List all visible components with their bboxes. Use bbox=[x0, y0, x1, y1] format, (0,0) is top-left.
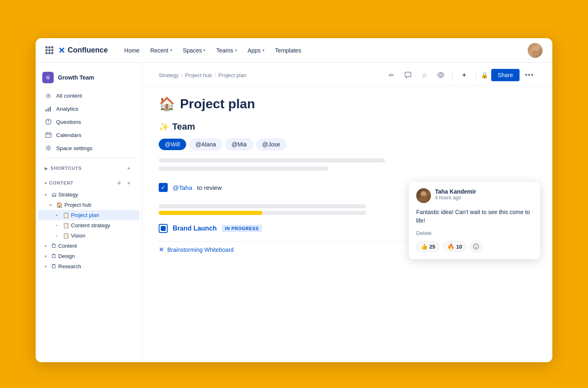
space-header[interactable]: G Growth Team bbox=[36, 69, 142, 89]
edit-button[interactable]: ✏ bbox=[385, 68, 398, 82]
task-mention[interactable]: @Taha bbox=[173, 184, 192, 191]
content-label: CONTENT bbox=[49, 180, 73, 185]
tree-research[interactable]: ▾ 🗒 Research bbox=[38, 261, 139, 272]
nav-apps[interactable]: Apps ▾ bbox=[243, 45, 269, 56]
comment-header: Taha Kandemir 4 hours ago bbox=[416, 188, 533, 203]
nav-templates[interactable]: Templates bbox=[270, 45, 306, 56]
reaction-thumbsup[interactable]: 👍 25 bbox=[416, 241, 440, 252]
content-tree-chevron-icon: ▾ bbox=[45, 244, 50, 248]
page-title: Project plan bbox=[180, 96, 255, 112]
tree-design[interactable]: ▾ 🗒 Design bbox=[38, 251, 139, 261]
team-heading-icon: ✨ bbox=[159, 122, 169, 132]
tree-content-strategy[interactable]: • 📋 Content strategy bbox=[38, 220, 139, 231]
progress-bar-fill bbox=[159, 211, 262, 215]
svg-point-6 bbox=[48, 147, 50, 149]
tree-vision[interactable]: • 📋 Vision bbox=[38, 231, 139, 241]
breadcrumb: Strategy / Project hub / Project plan bbox=[159, 72, 246, 78]
nav-links: Home Recent ▾ Spaces ▾ Teams ▾ Apps ▾ bbox=[119, 45, 524, 56]
reaction-fire[interactable]: 🔥 10 bbox=[443, 241, 466, 252]
comment-reactions: 👍 25 🔥 10 bbox=[416, 240, 533, 253]
svg-point-8 bbox=[473, 244, 479, 249]
comment-button[interactable] bbox=[401, 68, 415, 82]
nav-home[interactable]: Home bbox=[119, 45, 144, 56]
nav-spaces[interactable]: Spaces ▾ bbox=[178, 45, 211, 56]
nav-recent[interactable]: Recent ▾ bbox=[145, 45, 177, 56]
content-add-button[interactable]: + bbox=[125, 179, 133, 187]
shortcuts-section[interactable]: ▶ SHORTCUTS + bbox=[38, 162, 139, 175]
share-button[interactable]: Share bbox=[491, 69, 520, 81]
tree-project-hub[interactable]: ▾ 🏠 Project hub bbox=[38, 200, 139, 210]
analytics-icon bbox=[45, 105, 52, 112]
sidebar-questions[interactable]: Questions bbox=[38, 115, 139, 128]
toolbar-divider-1 bbox=[452, 70, 453, 80]
task-checkbox[interactable]: ✓ bbox=[159, 183, 168, 192]
toolbar-actions: ✏ ☆ bbox=[385, 68, 536, 82]
breadcrumb-sep-2: / bbox=[214, 72, 216, 78]
lock-icon: 🔒 bbox=[481, 72, 488, 78]
comment-meta: Taha Kandemir 4 hours ago bbox=[435, 188, 533, 201]
in-progress-badge: IN PROGRESS bbox=[222, 225, 262, 232]
logo-symbol: ✕ bbox=[58, 46, 65, 55]
tag-alana[interactable]: @Alana bbox=[189, 139, 222, 150]
comment-delete-button[interactable]: Delete bbox=[416, 230, 533, 236]
apps-chevron-icon: ▾ bbox=[262, 48, 264, 52]
shortcuts-add-button[interactable]: + bbox=[125, 164, 133, 172]
svg-point-10 bbox=[476, 246, 477, 246]
tag-mia[interactable]: @Mia bbox=[226, 139, 253, 150]
brand-launch-label: Brand Launch bbox=[173, 225, 217, 232]
breadcrumb-sep-1: / bbox=[181, 72, 182, 78]
main-area: G Growth Team ⊞ All content An bbox=[36, 63, 552, 362]
design-tree-chevron-icon: ▾ bbox=[45, 254, 50, 258]
svg-point-9 bbox=[475, 246, 476, 246]
watch-button[interactable] bbox=[434, 68, 447, 82]
comment-time: 4 hours ago bbox=[435, 195, 533, 201]
comment-body: Fantastic idea! Can't wait to see this c… bbox=[416, 208, 533, 225]
tree-strategy[interactable]: ▾ 🗂 Strategy bbox=[38, 189, 139, 200]
space-settings-icon bbox=[45, 144, 52, 152]
tree-content[interactable]: ▾ 🗒 Content bbox=[38, 241, 139, 251]
add-reaction-button[interactable] bbox=[470, 240, 482, 253]
teams-chevron-icon: ▾ bbox=[235, 48, 237, 52]
apps-grid-icon[interactable] bbox=[46, 46, 53, 54]
content-section-header: ▾ CONTENT ≡ + bbox=[38, 176, 139, 189]
all-content-icon: ⊞ bbox=[45, 92, 52, 99]
page-toolbar: Strategy / Project hub / Project plan ✏ bbox=[142, 63, 552, 86]
sidebar-all-content[interactable]: ⊞ All content bbox=[38, 89, 139, 102]
content-chevron-icon[interactable]: ▾ bbox=[45, 181, 47, 185]
sidebar-space-settings[interactable]: Space settings bbox=[38, 142, 139, 155]
shortcuts-label: SHORTCUTS bbox=[50, 166, 82, 171]
svg-rect-1 bbox=[48, 108, 49, 112]
more-button[interactable]: ••• bbox=[523, 68, 536, 82]
star-button[interactable]: ☆ bbox=[418, 68, 431, 82]
research-tree-chevron-icon: ▾ bbox=[45, 265, 50, 269]
user-avatar[interactable] bbox=[528, 43, 542, 58]
project-hub-chevron-icon: ▾ bbox=[50, 203, 55, 207]
sparkle-button[interactable]: ✦ bbox=[458, 68, 471, 82]
content-filter-button[interactable]: ≡ bbox=[115, 179, 123, 187]
tag-will[interactable]: @Will bbox=[159, 139, 186, 150]
project-plan-bullet: • bbox=[56, 213, 61, 217]
questions-icon bbox=[45, 118, 52, 126]
space-icon: G bbox=[42, 72, 54, 83]
breadcrumb-strategy[interactable]: Strategy bbox=[159, 72, 178, 78]
team-tags: @Will @Alana @Mia @Jose bbox=[159, 139, 536, 150]
page-title-row: 🏠 Project plan bbox=[159, 96, 536, 112]
nav-teams[interactable]: Teams ▾ bbox=[211, 45, 242, 56]
brand-launch-checkbox[interactable] bbox=[159, 224, 168, 233]
logo[interactable]: ✕ Confluence bbox=[58, 46, 108, 55]
spaces-chevron-icon: ▾ bbox=[203, 48, 205, 52]
strategy-chevron-icon: ▾ bbox=[45, 193, 50, 197]
team-heading-row: ✨ Team bbox=[159, 121, 536, 132]
tree-project-plan[interactable]: • 📋 Project plan bbox=[38, 210, 139, 220]
team-heading: Team bbox=[172, 121, 195, 132]
tag-jose[interactable]: @Jose bbox=[256, 139, 287, 150]
sidebar-calendars[interactable]: Calendars bbox=[38, 128, 139, 142]
breadcrumb-project-plan[interactable]: Project plan bbox=[218, 72, 246, 78]
breadcrumb-project-hub[interactable]: Project hub bbox=[185, 72, 212, 78]
whiteboard-link[interactable]: Brainstorming Whiteboard bbox=[167, 246, 234, 253]
comment-author: Taha Kandemir bbox=[435, 188, 533, 195]
placeholder-line-1 bbox=[159, 158, 385, 162]
svg-point-7 bbox=[440, 74, 442, 76]
sidebar-analytics[interactable]: Analytics bbox=[38, 102, 139, 115]
whiteboard-icon: ✕ bbox=[159, 246, 164, 253]
